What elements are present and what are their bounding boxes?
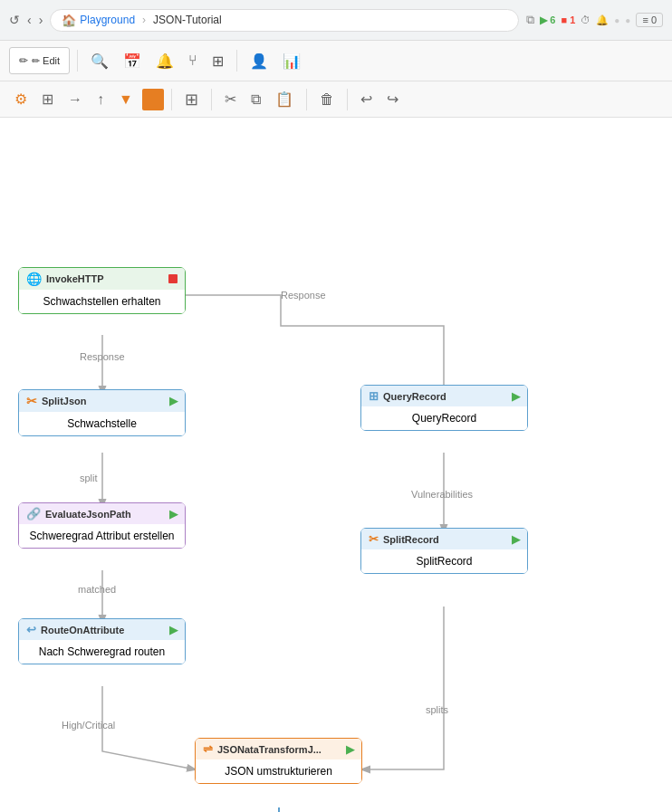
flow-canvas[interactable]: Response Response split matched High/Cri… (0, 118, 672, 812)
edge-vulnerabilities: Vulnerabilities (411, 489, 473, 500)
node-query-body: QueryRecord (361, 406, 527, 430)
splitjson-arrow: ▶ (169, 395, 178, 407)
breadcrumb-sep1: › (142, 14, 146, 26)
cut-icon[interactable]: ✂ (219, 87, 242, 111)
node-split-json[interactable]: ✂ SplitJson ▶ Schwachstelle (18, 389, 186, 436)
query-arrow: ▶ (512, 390, 520, 403)
forward-icon[interactable]: › (39, 13, 43, 27)
sep1 (77, 50, 78, 72)
grid2-icon[interactable]: ⊞ (179, 86, 204, 113)
node-jsonata[interactable]: ⇌ JSONataTransformJ... ▶ JSON umstruktur… (195, 738, 362, 784)
node-evaluate-body: Schweregrad Attribut erstellen (19, 524, 185, 548)
splitrecord-arrow: ▶ (512, 533, 520, 546)
connections-svg (0, 118, 672, 812)
orange-square[interactable] (142, 89, 164, 110)
refresh-icon[interactable]: ↺ (9, 13, 20, 27)
edge-high-critical: High/Critical (62, 720, 115, 731)
calendar-icon[interactable]: 📅 (118, 49, 147, 73)
user-icon[interactable]: 👤 (245, 49, 274, 73)
route-arrow: ▶ (169, 624, 178, 636)
address-bar[interactable]: 🏠 Playground › JSON-Tutorial (50, 9, 519, 32)
edge-splits: splits (426, 704, 448, 715)
node-invoke-body: Schwachstellen erhalten (19, 290, 185, 313)
sep3 (171, 89, 172, 110)
bell-icon: 🔔 (596, 14, 609, 26)
edge-response2: Response (80, 351, 125, 362)
node-splitrecord-body: SplitRecord (361, 549, 527, 573)
play-count: ▶ 6 (540, 14, 555, 26)
node-jsonata-header: ⇌ JSONataTransformJ... ▶ (196, 739, 361, 759)
splitjson-icon: ✂ (26, 394, 37, 408)
toolbar1: ✏ ✏ Edit 🔍 📅 🔔 ⑂ ⊞ 👤 📊 (0, 41, 672, 81)
edge-matched: matched (78, 584, 116, 595)
exit-icon[interactable]: ↑ (91, 88, 110, 111)
circle-icon2: ● (625, 15, 630, 25)
chart-icon[interactable]: 📊 (277, 49, 306, 73)
node-splitrecord-header: ✂ SplitRecord ▶ (361, 529, 527, 549)
invoke-stop-indicator (168, 274, 178, 283)
edit-button[interactable]: ✏ ✏ Edit (9, 47, 70, 74)
node-route-header: ↩ RouteOnAttribute ▶ (19, 619, 185, 640)
node-evaluate-json[interactable]: 🔗 EvaluateJsonPath ▶ Schweregrad Attribu… (18, 502, 186, 549)
breadcrumb-playground[interactable]: Playground (80, 14, 135, 26)
group-icon[interactable]: ⊞ (36, 87, 59, 111)
edge-split: split (80, 473, 98, 483)
notification-icon[interactable]: 🔔 (150, 49, 179, 73)
evaluate-arrow: ▶ (169, 508, 178, 521)
edit-icon: ✏ (19, 54, 28, 67)
edge-response1: Response (281, 290, 326, 301)
node-split-record[interactable]: ✂ SplitRecord ▶ SplitRecord (360, 528, 528, 574)
node-invoke-http[interactable]: 🌐 InvokeHTTP Schwachstellen erhalten (18, 267, 186, 314)
home-icon: 🏠 (62, 14, 76, 27)
layers-icon: ⧉ (526, 13, 534, 27)
back-icon[interactable]: ‹ (27, 13, 32, 27)
browser-status: ⧉ ▶ 6 ■ 1 ⏱ 🔔 ● ● ≡ 0 (526, 13, 663, 27)
jsonata-arrow: ▶ (346, 743, 354, 756)
paste-icon[interactable]: 📋 (270, 87, 299, 111)
invoke-icon: 🌐 (26, 272, 42, 286)
node-route-body: Nach Schweregrad routen (19, 640, 185, 664)
node-evaluate-header: 🔗 EvaluateJsonPath ▶ (19, 503, 185, 524)
stop-count: ■ 1 (561, 14, 575, 25)
browser-bar: ↺ ‹ › 🏠 Playground › JSON-Tutorial ⧉ ▶ 6… (0, 0, 672, 41)
node-route-on-attr[interactable]: ↩ RouteOnAttribute ▶ Nach Schweregrad ro… (18, 618, 186, 664)
delete-icon[interactable]: 🗑 (314, 88, 340, 111)
node-query-header: ⊞ QueryRecord ▶ (361, 386, 527, 406)
node-splitjson-header: ✂ SplitJson ▶ (19, 390, 185, 412)
sep2 (236, 50, 237, 72)
sep4 (211, 89, 212, 110)
node-invoke-header: 🌐 InvokeHTTP (19, 268, 185, 290)
grid-icon[interactable]: ⊞ (206, 49, 229, 73)
breadcrumb-current: JSON-Tutorial (153, 14, 222, 26)
login-icon[interactable]: → (62, 88, 88, 111)
filter-icon[interactable]: ▼ (113, 88, 139, 111)
search-icon[interactable]: 🔍 (85, 49, 114, 73)
branch-icon[interactable]: ⑂ (183, 49, 203, 72)
sep6 (347, 89, 348, 110)
toolbar2: ⚙ ⊞ → ↑ ▼ ⊞ ✂ ⧉ 📋 🗑 ↩ ↪ (0, 81, 672, 118)
jsonata-icon: ⇌ (203, 742, 213, 756)
settings-icon[interactable]: ⚙ (9, 87, 33, 111)
redo-icon[interactable]: ↪ (381, 87, 404, 111)
evaluate-icon: 🔗 (26, 507, 41, 521)
node-query-record[interactable]: ⊞ QueryRecord ▶ QueryRecord (360, 385, 528, 431)
copy-icon[interactable]: ⧉ (245, 88, 266, 111)
node-splitjson-body: Schwachstelle (19, 412, 185, 435)
sep5 (306, 89, 307, 110)
timer-icon: ⏱ (581, 14, 590, 25)
circle-icon1: ● (614, 15, 619, 25)
route-icon: ↩ (26, 623, 36, 636)
splitrecord-icon: ✂ (369, 532, 379, 546)
query-icon: ⊞ (369, 389, 379, 403)
settings-label[interactable]: ≡ 0 (636, 13, 663, 27)
node-jsonata-body: JSON umstrukturieren (196, 759, 361, 783)
undo-icon[interactable]: ↩ (355, 87, 378, 111)
